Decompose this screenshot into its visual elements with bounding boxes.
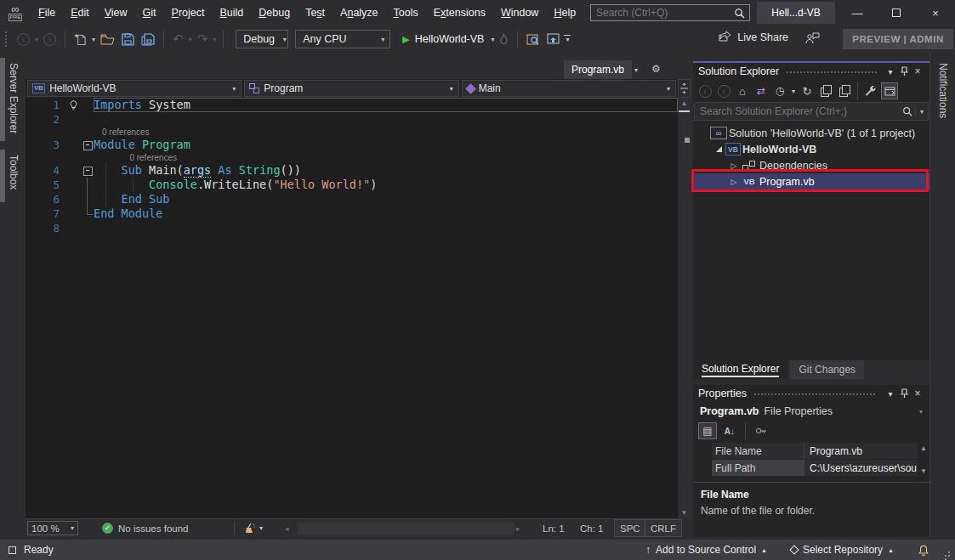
property-row-full-path[interactable]: Full Path C:\Users\azureuser\sou [693,460,918,477]
scroll-down-arrow[interactable]: ▼ [678,509,691,517]
code-line-1[interactable]: 1Imports System [26,98,678,112]
code-text[interactable]: Imports System [94,98,678,112]
solution-search-input[interactable] [695,105,902,117]
property-pages-key-icon[interactable] [752,422,770,439]
menu-edit[interactable]: Edit [63,0,97,25]
code-line-3[interactable]: 3Module Program [26,138,678,152]
back-icon[interactable]: ‹ [696,82,713,99]
code-cleanup-button[interactable]: ▾ [243,519,264,537]
menu-build[interactable]: Build [213,0,252,25]
select-repository-button[interactable]: Select Repository ▲ [791,544,894,556]
line-ending-toggle[interactable]: CRLF [645,519,682,537]
navigate-back-dropdown[interactable]: ▾ [33,36,40,43]
tree-item-solution-helloworld-vb-1-of-1-project[interactable]: Solution 'HelloWorld-VB' (1 of 1 project… [693,125,929,141]
expander-collapsed-icon[interactable] [727,161,741,170]
grid-scrollbar[interactable]: ▲▼ [918,443,929,477]
add-to-source-control-button[interactable]: ↑ Add to Source Control ▲ [645,544,767,556]
live-share-button[interactable]: Live Share [718,31,788,43]
vertical-scrollbar[interactable]: ▲ ▼ [678,98,691,518]
code-line-8[interactable]: 8 [26,221,678,235]
refresh-icon[interactable] [799,82,816,99]
close-button[interactable]: × [916,0,955,25]
preview-selected-items-icon[interactable] [881,82,898,99]
code-area[interactable]: 1Imports System20 references3Module Prog… [26,98,678,235]
code-text[interactable]: End Module [94,206,678,221]
show-all-files-icon[interactable] [836,82,853,99]
menu-test[interactable]: Test [298,0,333,25]
switch-views-icon[interactable] [753,82,770,99]
properties-wrench-icon[interactable] [862,82,879,99]
zoom-dropdown[interactable]: 100 %▾ [27,521,78,535]
undo-dropdown[interactable]: ▾ [187,36,194,43]
background-tasks-icon[interactable] [9,546,16,554]
new-project-dropdown[interactable]: ▾ [90,36,97,43]
panel-close-icon[interactable]: × [911,387,924,399]
editor-settings-gear-icon[interactable]: ⚙ [651,63,661,75]
redo-icon[interactable]: ↷ [194,29,212,49]
solution-explorer-search[interactable]: ▾ [694,102,929,121]
lightbulb-icon[interactable] [68,98,82,112]
notifications-bell-icon[interactable] [918,544,929,557]
tab-solution-explorer[interactable]: Solution Explorer [693,360,787,379]
health-indicator[interactable]: ✓ No issues found [102,519,188,537]
selected-object-dropdown[interactable]: Program.vb File Properties ▾ [693,402,929,421]
tree-item-program-vb[interactable]: Program.vb [693,173,929,189]
toolbar-overflow-dropdown[interactable]: ▾ [564,35,571,43]
hot-reload-icon[interactable] [496,29,512,49]
editor-split-button[interactable] [678,79,691,98]
tab-dropdown-icon[interactable]: ▾ [634,66,638,74]
code-text[interactable] [94,221,678,235]
toolbox-tab[interactable]: Toolbox [0,150,22,202]
open-file-icon[interactable] [97,29,118,49]
code-text[interactable]: Sub Main(args As String()) [94,163,678,178]
pending-changes-filter-icon[interactable] [771,82,788,99]
panel-drag-handle[interactable] [753,393,877,396]
menu-tools[interactable]: Tools [386,0,426,25]
scroll-up-arrow[interactable]: ▲ [678,99,691,107]
alphabetical-sort-icon[interactable] [720,422,739,439]
preview-admin-badge[interactable]: PREVIEW | ADMIN [843,29,953,49]
menu-help[interactable]: Help [546,0,583,25]
forward-icon[interactable]: › [715,82,732,99]
properties-header[interactable]: Properties ▾ × [693,385,929,402]
pin-icon[interactable] [897,388,911,399]
code-line-6[interactable]: 6 End Sub [26,192,678,206]
undo-icon[interactable]: ↶ [169,29,187,49]
panel-drag-handle[interactable] [786,71,877,74]
send-feedback-icon[interactable] [805,31,821,45]
document-tab-programvb[interactable]: Program.vb [564,60,632,79]
member-dropdown[interactable]: Main▾ [462,80,676,97]
search-options-dropdown[interactable]: ▾ [915,108,928,116]
resize-grip[interactable] [940,546,952,558]
hscroll-left-arrow[interactable]: ◂ [285,519,289,537]
hscroll-right-arrow[interactable]: ▸ [516,519,520,537]
menu-project[interactable]: Project [164,0,213,25]
property-row-file-name[interactable]: File Name Program.vb [693,443,918,460]
tab-git-changes[interactable]: Git Changes [790,360,864,379]
menu-analyze[interactable]: Analyze [333,0,385,25]
quick-search-box[interactable] [590,4,750,21]
code-line-2[interactable]: 2 [26,112,678,127]
maximize-button[interactable] [877,0,916,25]
solution-explorer-header[interactable]: Solution Explorer ▾ × [693,63,929,80]
panel-close-icon[interactable]: × [911,65,924,77]
toolbar-grip[interactable] [5,31,9,47]
redo-dropdown[interactable]: ▾ [211,36,218,43]
new-project-icon[interactable] [71,29,90,49]
tree-item-dependencies[interactable]: Dependencies [693,157,929,173]
code-line-7[interactable]: 7End Module [26,206,678,221]
expander-collapsed-icon[interactable] [727,178,741,186]
outline-collapse-icon[interactable] [82,138,94,152]
save-all-icon[interactable] [138,29,158,49]
start-debugging-button[interactable]: ▶ HelloWorld-VB ▾ [402,33,496,45]
navigate-back-button[interactable]: ‹ [14,29,33,49]
menu-window[interactable]: Window [493,0,546,25]
collapse-all-icon[interactable] [817,82,834,99]
cursor-line-indicator[interactable]: Ln: 1 [543,519,565,537]
project-dropdown[interactable]: HelloWorld-VB▾ [27,80,242,97]
menu-extensions[interactable]: Extensions [426,0,493,25]
minimize-button[interactable]: — [838,0,877,25]
code-text[interactable]: Console.WriteLine("Hello World!") [94,178,678,192]
filter-dropdown[interactable]: ▾ [790,88,797,95]
menu-file[interactable]: File [31,0,63,25]
